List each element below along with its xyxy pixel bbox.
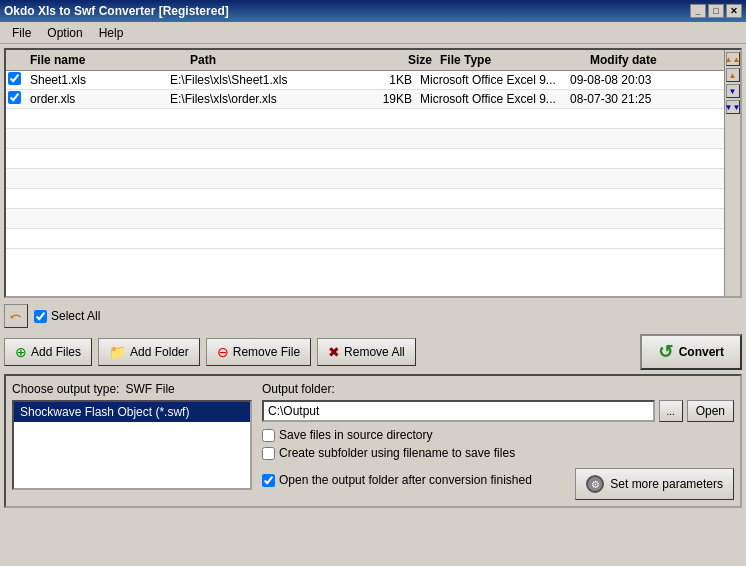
main-content: File name Path Size File Type Modify dat… (0, 44, 746, 512)
gear-icon: ⚙ (586, 475, 604, 493)
row-modify-2: 08-07-30 21:25 (566, 91, 696, 107)
output-type-label: Choose output type: (12, 382, 119, 396)
row-checkbox-1[interactable] (8, 72, 21, 85)
empty-row (6, 149, 724, 169)
row-filename-2: order.xls (26, 91, 166, 107)
option-open-folder: Open the output folder after conversion … (262, 473, 532, 487)
convert-icon: ↺ (658, 341, 673, 363)
remove-file-button[interactable]: ⊖ Remove File (206, 338, 311, 366)
scroll-up-button[interactable]: ▲ (726, 68, 740, 82)
option-open-folder-label: Open the output folder after conversion … (279, 473, 532, 487)
back-button[interactable]: ⤺ (4, 304, 28, 328)
row-filetype-1: Microsoft Office Excel 9... (416, 72, 566, 88)
table-row[interactable]: order.xls E:\Files\xls\order.xls 19KB Mi… (6, 90, 724, 109)
buttons-row: ⊕ Add Files 📁 Add Folder ⊖ Remove File ✖… (4, 334, 742, 370)
empty-row (6, 129, 724, 149)
window-title: Okdo Xls to Swf Converter [Registered] (4, 4, 229, 18)
header-modify: Modify date (586, 52, 716, 68)
empty-row (6, 229, 724, 249)
output-folder-section: Output folder: ... Open Save files in so… (262, 382, 734, 500)
menu-option[interactable]: Option (39, 24, 90, 42)
row-size-2: 19KB (366, 91, 416, 107)
empty-row (6, 169, 724, 189)
output-type-list[interactable]: Shockwave Flash Object (*.swf) (12, 400, 252, 490)
option-create-subfolder-checkbox[interactable] (262, 447, 275, 460)
select-all-checkbox[interactable] (34, 310, 47, 323)
remove-all-icon: ✖ (328, 344, 340, 360)
empty-row (6, 109, 724, 129)
table-header: File name Path Size File Type Modify dat… (6, 50, 724, 71)
close-button[interactable]: ✕ (726, 4, 742, 18)
remove-all-button[interactable]: ✖ Remove All (317, 338, 416, 366)
output-folder-label: Output folder: (262, 382, 734, 396)
toolbar-row: ⤺ Select All (4, 302, 742, 330)
add-folder-icon: 📁 (109, 344, 126, 360)
header-filename: File name (26, 52, 186, 68)
maximize-button[interactable]: □ (708, 4, 724, 18)
remove-file-icon: ⊖ (217, 344, 229, 360)
folder-browse-button[interactable]: ... (659, 400, 683, 422)
folder-input-row: ... Open (262, 400, 734, 422)
option-create-subfolder: Create subfolder using filename to save … (262, 446, 734, 460)
output-type-section: Choose output type: SWF File Shockwave F… (12, 382, 252, 500)
row-checkbox-2[interactable] (8, 91, 21, 104)
scroll-top-button[interactable]: ▲▲ (726, 52, 740, 66)
header-size: Size (386, 52, 436, 68)
add-folder-label: Add Folder (130, 345, 189, 359)
header-filetype: File Type (436, 52, 586, 68)
convert-label: Convert (679, 345, 724, 359)
folder-path-input[interactable] (262, 400, 655, 422)
add-files-button[interactable]: ⊕ Add Files (4, 338, 92, 366)
row-path-2: E:\Files\xls\order.xls (166, 91, 366, 107)
row-path-1: E:\Files\xls\Sheet1.xls (166, 72, 366, 88)
convert-button[interactable]: ↺ Convert (640, 334, 742, 370)
output-type-label-row: Choose output type: SWF File (12, 382, 252, 396)
empty-row (6, 189, 724, 209)
option-save-source: Save files in source directory (262, 428, 734, 442)
row-filetype-2: Microsoft Office Excel 9... (416, 91, 566, 107)
option-save-source-checkbox[interactable] (262, 429, 275, 442)
add-files-icon: ⊕ (15, 344, 27, 360)
select-all-area: Select All (34, 309, 100, 323)
menu-help[interactable]: Help (91, 24, 132, 42)
row-filename-1: Sheet1.xls (26, 72, 166, 88)
add-folder-button[interactable]: 📁 Add Folder (98, 338, 200, 366)
minimize-button[interactable]: _ (690, 4, 706, 18)
select-all-label: Select All (51, 309, 100, 323)
option-save-source-label: Save files in source directory (279, 428, 432, 442)
set-params-label: Set more parameters (610, 477, 723, 491)
title-bar: Okdo Xls to Swf Converter [Registered] _… (0, 0, 746, 22)
menu-bar: File Option Help (0, 22, 746, 44)
header-path: Path (186, 52, 386, 68)
window-controls: _ □ ✕ (690, 4, 742, 18)
output-type-name: SWF File (125, 382, 174, 396)
row-modify-1: 09-08-08 20:03 (566, 72, 696, 88)
scroll-bottom-button[interactable]: ▼▼ (726, 100, 740, 114)
remove-file-label: Remove File (233, 345, 300, 359)
file-scrollbar: ▲▲ ▲ ▼ ▼▼ (724, 50, 740, 296)
file-table: File name Path Size File Type Modify dat… (6, 50, 724, 296)
option-open-folder-checkbox[interactable] (262, 474, 275, 487)
file-list-container: File name Path Size File Type Modify dat… (4, 48, 742, 298)
output-type-item-swf[interactable]: Shockwave Flash Object (*.swf) (14, 402, 250, 422)
empty-row (6, 209, 724, 229)
menu-file[interactable]: File (4, 24, 39, 42)
table-row[interactable]: Sheet1.xls E:\Files\xls\Sheet1.xls 1KB M… (6, 71, 724, 90)
scroll-down-button[interactable]: ▼ (726, 84, 740, 98)
folder-open-button[interactable]: Open (687, 400, 734, 422)
row-size-1: 1KB (366, 72, 416, 88)
bottom-panel: Choose output type: SWF File Shockwave F… (4, 374, 742, 508)
option-create-subfolder-label: Create subfolder using filename to save … (279, 446, 515, 460)
remove-all-label: Remove All (344, 345, 405, 359)
set-params-button[interactable]: ⚙ Set more parameters (575, 468, 734, 500)
add-files-label: Add Files (31, 345, 81, 359)
